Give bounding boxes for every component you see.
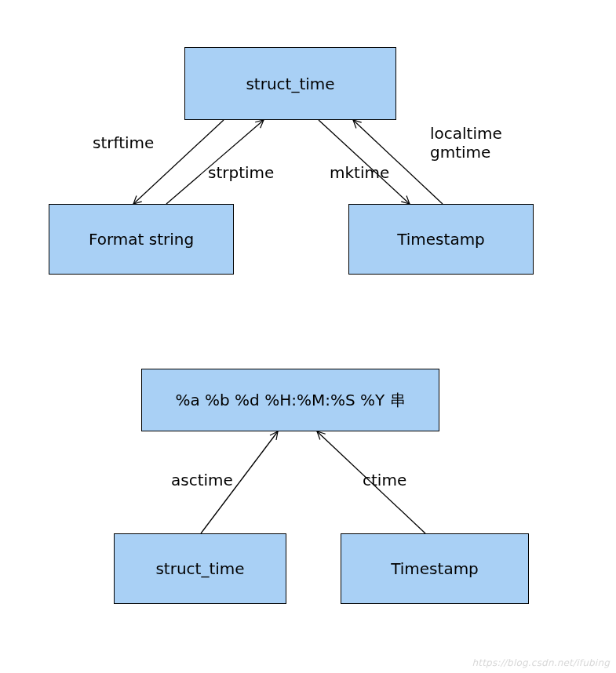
edge-label-localtime: localtime — [430, 124, 502, 143]
label-format-output: %a %b %d %H:%M:%S %Y 串 — [175, 390, 405, 411]
watermark: https://blog.csdn.net/ifubing — [472, 657, 611, 668]
box-struct-time-top: struct_time — [184, 47, 396, 120]
edge-label-ctime: ctime — [363, 471, 406, 489]
label-format-string: Format string — [89, 230, 194, 249]
box-format-string: Format string — [49, 204, 234, 275]
edge-label-gmtime: gmtime — [430, 143, 490, 162]
edge-label-mktime: mktime — [330, 163, 389, 182]
box-timestamp-bottom: Timestamp — [341, 533, 529, 604]
label-struct-time-top: struct_time — [246, 75, 334, 93]
arrow-strptime — [166, 120, 264, 204]
edge-label-asctime: asctime — [171, 471, 233, 489]
arrow-mktime — [319, 120, 410, 204]
edge-label-strftime: strftime — [93, 133, 154, 152]
arrow-localtime-gmtime — [353, 120, 443, 204]
label-struct-time-bottom: struct_time — [155, 559, 244, 578]
box-struct-time-bottom: struct_time — [114, 533, 286, 604]
box-format-output: %a %b %d %H:%M:%S %Y 串 — [141, 369, 439, 431]
box-timestamp-top: Timestamp — [348, 204, 534, 275]
label-timestamp-top: Timestamp — [397, 230, 485, 249]
label-timestamp-bottom: Timestamp — [391, 559, 479, 578]
edge-label-strptime: strptime — [208, 163, 274, 182]
